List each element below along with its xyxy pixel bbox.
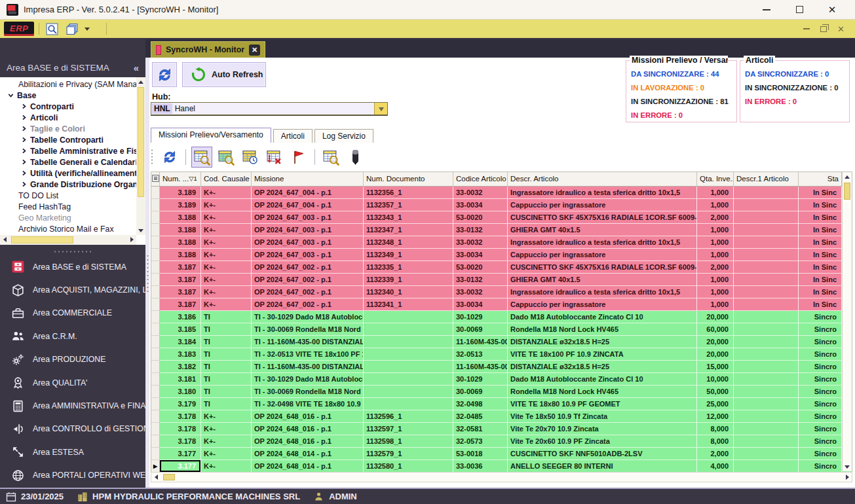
- row-header[interactable]: [151, 448, 160, 460]
- row-header[interactable]: [151, 211, 160, 224]
- cell-doc[interactable]: 1132597_1: [364, 423, 453, 435]
- cell-sta[interactable]: Sincro: [799, 311, 842, 323]
- grid-search-green-icon[interactable]: [216, 147, 237, 168]
- cell-descr1[interactable]: [734, 311, 799, 323]
- cell-sta[interactable]: Sincro: [799, 336, 842, 348]
- tree-vertical-scrollbar[interactable]: [136, 77, 145, 235]
- tree-item[interactable]: Taglie e Colori: [0, 123, 136, 134]
- cell-num[interactable]: 3.189: [160, 199, 201, 211]
- cell-cod[interactable]: 32-0485: [453, 410, 508, 423]
- cell-descr[interactable]: DISTANZIALE ø32x18.5 H=25: [508, 336, 697, 348]
- column-header[interactable]: [151, 172, 160, 186]
- cell-qta[interactable]: 12,000: [697, 410, 734, 423]
- cell-descr1[interactable]: [734, 211, 799, 224]
- cell-cod[interactable]: 11-160M-435-00: [453, 361, 508, 373]
- row-header[interactable]: [151, 298, 160, 311]
- cell-mis[interactable]: TI - 30-0069 Rondella M18 Nord Loc: [252, 323, 364, 336]
- mdi-restore-icon[interactable]: [820, 26, 827, 32]
- column-header[interactable]: Missione: [252, 172, 364, 186]
- tree-hscroll-thumb[interactable]: [11, 236, 73, 243]
- cell-descr1[interactable]: [734, 410, 799, 423]
- cell-descr[interactable]: Dado M18 Autobloccante Zincato Cl 10: [508, 373, 697, 386]
- cell-qta[interactable]: 8,000: [697, 435, 734, 448]
- cell-num[interactable]: 3.182: [160, 361, 201, 373]
- cell-cod[interactable]: 32-0498: [453, 398, 508, 410]
- tree-item[interactable]: Tabelle Amministrative e Fis: [0, 145, 136, 156]
- cell-caus[interactable]: K+-: [201, 423, 252, 435]
- cell-sta[interactable]: Sincro: [799, 373, 842, 386]
- cell-cod[interactable]: 30-1029: [453, 311, 508, 323]
- area-button[interactable]: Area ESTESA: [0, 441, 145, 463]
- cell-mis[interactable]: OP 2024_648_016 - p.1: [252, 410, 364, 423]
- cell-qta[interactable]: 1,000: [697, 249, 734, 261]
- cell-num[interactable]: 3.188: [160, 224, 201, 236]
- cell-cod[interactable]: 11-160M-435-00: [453, 336, 508, 348]
- cell-caus[interactable]: K+-: [201, 410, 252, 423]
- cell-caus[interactable]: TI: [201, 373, 252, 386]
- cell-descr[interactable]: Vite Te 18x50 10.9 Tf Zincata: [508, 410, 697, 423]
- row-header[interactable]: [151, 435, 160, 448]
- cell-sta[interactable]: Sincro: [799, 386, 842, 398]
- cell-qta[interactable]: 4,000: [697, 460, 734, 473]
- cell-caus[interactable]: K+-: [201, 298, 252, 311]
- grid-search-icon[interactable]: [191, 147, 212, 168]
- cell-doc[interactable]: 1132357_1: [364, 199, 453, 211]
- document-tab[interactable]: SyncroWH - Monitor ✕: [151, 41, 265, 58]
- cell-qta[interactable]: 20,000: [697, 348, 734, 361]
- erp-logo[interactable]: ERP: [4, 22, 34, 36]
- table-row[interactable]: 3.183TITI - 32-0513 VITE TE 18x100 PF 10…: [151, 348, 852, 361]
- cell-caus[interactable]: K+-: [201, 249, 252, 261]
- column-header[interactable]: Sta: [799, 172, 842, 186]
- row-header[interactable]: [151, 398, 160, 410]
- cell-sta[interactable]: In Sinc: [799, 286, 842, 298]
- cell-mis[interactable]: TI - 32-0513 VITE TE 18x100 PF 10.: [252, 348, 364, 361]
- cell-descr[interactable]: Vite Te 20x70 10.9 Zincata: [508, 423, 697, 435]
- dropdown-caret-icon[interactable]: [85, 27, 90, 33]
- tab[interactable]: Missioni Prelievo/Versamento: [151, 128, 271, 143]
- cell-sta[interactable]: In Sinc: [799, 224, 842, 236]
- table-row[interactable]: 3.177K+-OP 2024_648_014 - p.11132579_153…: [151, 448, 852, 460]
- cell-num[interactable]: 3.178: [160, 423, 201, 435]
- cell-num[interactable]: 3.184: [160, 336, 201, 348]
- cell-descr[interactable]: CUSCINETTO SKF 45X75X16 RADIALE 1COR.SF …: [508, 211, 697, 224]
- cell-num[interactable]: 3.178: [160, 410, 201, 423]
- cell-num[interactable]: 3.181: [160, 373, 201, 386]
- cell-caus[interactable]: TI: [201, 361, 252, 373]
- cell-doc[interactable]: 1132580_1: [364, 460, 453, 473]
- cell-descr1[interactable]: [734, 286, 799, 298]
- cell-qta[interactable]: 25,000: [697, 398, 734, 410]
- cell-qta[interactable]: 2,000: [697, 211, 734, 224]
- minimize-button[interactable]: [750, 1, 783, 19]
- cell-doc[interactable]: [364, 398, 453, 410]
- cell-sta[interactable]: In Sinc: [799, 261, 842, 274]
- cell-descr[interactable]: Ingrassatore idraulico a testa sferica d…: [508, 187, 697, 199]
- grid-search-detail-icon[interactable]: [320, 147, 341, 168]
- row-header[interactable]: [151, 410, 160, 423]
- cell-qta[interactable]: 1,000: [697, 187, 734, 199]
- cell-qta[interactable]: 2,000: [697, 448, 734, 460]
- cell-sta[interactable]: Sincro: [799, 323, 842, 336]
- cell-doc[interactable]: [364, 361, 453, 373]
- cell-descr[interactable]: Ingrassatore idraulico a testa sferica d…: [508, 286, 697, 298]
- table-row[interactable]: ▶3.177K+-OP 2024_648_014 - p.11132580_13…: [151, 460, 852, 473]
- area-button[interactable]: Area C.R.M.: [0, 325, 145, 348]
- cell-num[interactable]: 3.185: [160, 323, 201, 336]
- grid-horizontal-scrollbar[interactable]: [151, 472, 852, 482]
- cell-sta[interactable]: In Sinc: [799, 236, 842, 249]
- cell-descr1[interactable]: [734, 398, 799, 410]
- chevron-right-icon[interactable]: [20, 136, 28, 143]
- cell-sta[interactable]: In Sinc: [799, 199, 842, 211]
- cell-doc[interactable]: [364, 336, 453, 348]
- cell-mis[interactable]: TI - 30-1029 Dado M18 Autobloccan: [252, 311, 364, 323]
- tree-horizontal-scrollbar[interactable]: [0, 235, 136, 245]
- grid-vertical-scrollbar[interactable]: [842, 172, 852, 471]
- cell-mis[interactable]: OP 2024_647_002 - p.1: [252, 274, 364, 286]
- cell-sta[interactable]: Sincro: [799, 361, 842, 373]
- area-button[interactable]: Area AMMINISTRATIVA e FINANZI...: [0, 394, 145, 417]
- column-header[interactable]: Codice Articolo: [453, 172, 508, 186]
- cell-num[interactable]: 3.189: [160, 187, 201, 199]
- cell-sta[interactable]: Sincro: [799, 435, 842, 448]
- column-header[interactable]: Num. Documento: [364, 172, 453, 186]
- scroll-down-icon[interactable]: [843, 462, 852, 471]
- cell-descr1[interactable]: [734, 187, 799, 199]
